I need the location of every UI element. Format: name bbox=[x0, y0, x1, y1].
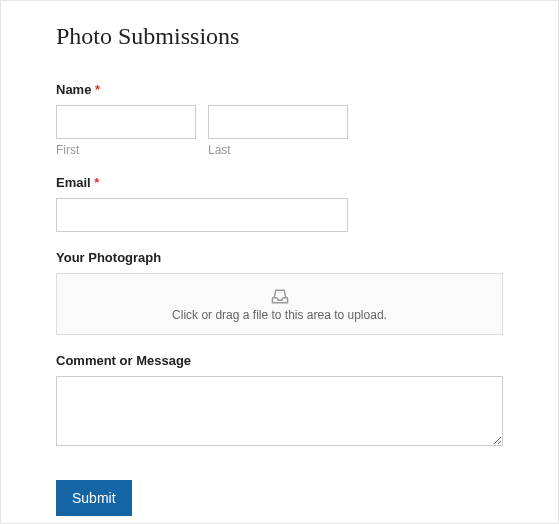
name-field-group: Name * First Last bbox=[56, 82, 503, 157]
first-name-input[interactable] bbox=[56, 105, 196, 139]
email-input[interactable] bbox=[56, 198, 348, 232]
email-label: Email * bbox=[56, 175, 503, 190]
email-required-mark: * bbox=[94, 175, 99, 190]
comment-label: Comment or Message bbox=[56, 353, 503, 368]
photograph-field-group: Your Photograph Click or drag a file to … bbox=[56, 250, 503, 335]
comment-textarea[interactable] bbox=[56, 376, 503, 446]
name-label-text: Name bbox=[56, 82, 91, 97]
last-name-sublabel: Last bbox=[208, 143, 348, 157]
upload-dropzone[interactable]: Click or drag a file to this area to upl… bbox=[56, 273, 503, 335]
email-field-group: Email * bbox=[56, 175, 503, 232]
name-label: Name * bbox=[56, 82, 503, 97]
last-name-input[interactable] bbox=[208, 105, 348, 139]
photograph-label: Your Photograph bbox=[56, 250, 503, 265]
name-row: First Last bbox=[56, 105, 503, 157]
comment-field-group: Comment or Message bbox=[56, 353, 503, 450]
form-container: Photo Submissions Name * First Last Emai… bbox=[0, 0, 559, 524]
first-name-sublabel: First bbox=[56, 143, 196, 157]
email-label-text: Email bbox=[56, 175, 91, 190]
upload-text: Click or drag a file to this area to upl… bbox=[172, 308, 387, 322]
page-title: Photo Submissions bbox=[56, 23, 503, 50]
last-name-col: Last bbox=[208, 105, 348, 157]
submit-button[interactable]: Submit bbox=[56, 480, 132, 516]
name-required-mark: * bbox=[95, 82, 100, 97]
first-name-col: First bbox=[56, 105, 196, 157]
inbox-icon bbox=[270, 287, 290, 305]
